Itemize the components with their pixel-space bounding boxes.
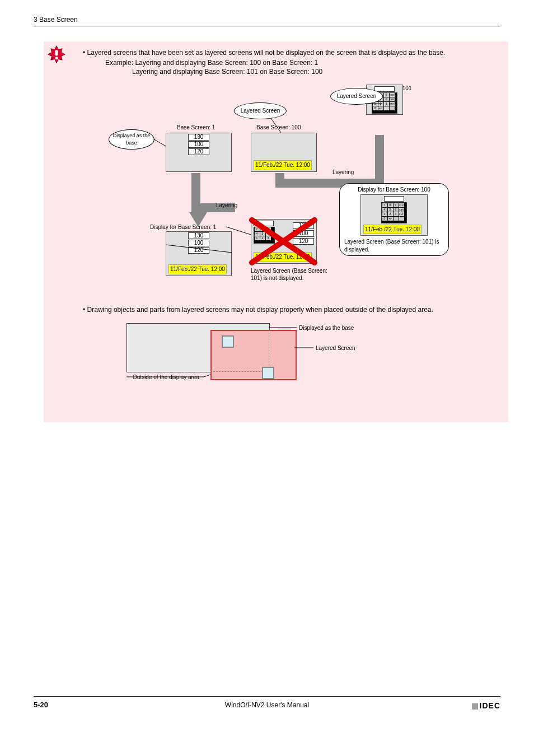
mini-bs100: 11/Feb./22 Tue. 12:00 (251, 133, 317, 172)
page: 3 Base Screen • Layered screens that hav… (0, 0, 534, 756)
example-line-1: Example: Layering and displaying Base Sc… (105, 58, 500, 67)
diagram-layering: Base Screen: 101 789CLR 456CAN 123ENT 0+… (104, 85, 462, 297)
label-d2-base: Displayed as the base (299, 324, 354, 332)
label-disp-for-1: Display for Base Screen: 1 (150, 223, 216, 231)
label-layering-left: Layering (216, 202, 237, 209)
example-line-2: Layering and displaying Base Screen: 101… (132, 67, 500, 76)
label-d2-layer: Layered Screen (316, 344, 355, 352)
diagram-outside-area: Displayed as the base Layered Screen Out… (104, 321, 373, 388)
bubble-layered-screen-a: Layered Screen (234, 102, 287, 119)
bubble-displayed-as-base: Displayed as the base (109, 129, 154, 150)
svg-line-13 (204, 375, 210, 377)
footer-title: WindO/I-NV2 User's Manual (0, 701, 534, 709)
mini-disp1: 130 100 120 11/Feb./22 Tue. 12:00 (166, 231, 232, 276)
mini-disp100: 789CLR 456CAN 123ENT 0+/-. 11/Feb./22 Tu… (360, 194, 428, 236)
svg-point-2 (55, 57, 58, 59)
arrow-stem-right (375, 135, 384, 188)
svg-line-3 (153, 139, 166, 146)
mini-disp1-x: 789 456 123 130 100 120 11/Feb./22 Tue. … (251, 219, 317, 264)
svg-rect-1 (55, 50, 58, 55)
warning-icon (47, 45, 66, 64)
section-header: 3 Base Screen (34, 16, 78, 24)
label-not-101: Layered Screen (Base Screen: 101) is not… (251, 267, 329, 282)
bubble-layered-screen-b: Layered Screen (330, 88, 383, 105)
header-rule (34, 26, 500, 26)
bullet-1: • Layered screens that have been set as … (83, 48, 500, 57)
label-bs100: Base Screen: 100 (256, 124, 301, 132)
label-layering-right: Layering (332, 169, 354, 176)
label-d2-outside: Outside of the display area (99, 374, 199, 381)
arrow-stem-left (191, 173, 200, 203)
bullet-2-text: Drawing objects and parts from layered s… (87, 306, 433, 314)
small-square-inside (222, 335, 234, 348)
bubble-disp-for-100: Display for Base Screen: 100 789CLR 456C… (339, 183, 449, 256)
small-square-outside (262, 367, 274, 379)
logo-square-icon (472, 703, 478, 710)
bullet-1-text: Layered screens that have been set as la… (87, 49, 446, 57)
footer-logo: IDEC (472, 701, 500, 710)
warning-note: • Layered screens that have been set as … (44, 41, 508, 422)
footer-rule (34, 696, 500, 697)
mini-bs1: 130 100 120 (166, 133, 232, 172)
label-bs1: Base Screen: 1 (177, 124, 215, 132)
bullet-2: • Drawing objects and parts from layered… (83, 305, 500, 314)
note-body: • Layered screens that have been set as … (83, 48, 500, 388)
